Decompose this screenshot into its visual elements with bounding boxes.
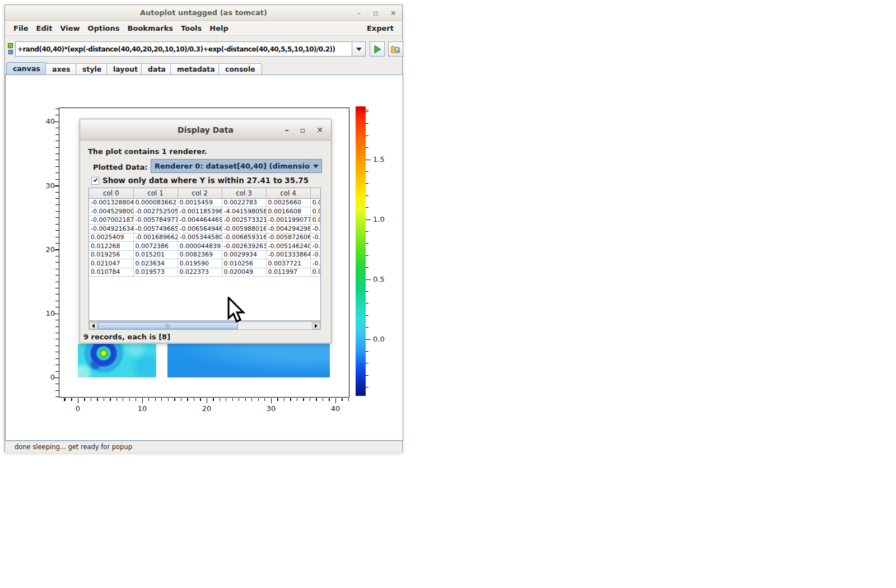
menu-file[interactable]: File (10, 24, 32, 32)
tab-canvas[interactable]: canvas (6, 62, 47, 74)
table-cell[interactable]: 0.000044839 (178, 242, 222, 251)
menu-expert[interactable]: Expert (363, 24, 398, 32)
dialog-close-icon[interactable]: ✕ (316, 125, 323, 134)
filter-y-checkbox[interactable] (91, 177, 99, 185)
table-cell[interactable]: -0.006564946... (178, 225, 222, 234)
table-cell[interactable]: -0.005872606... (266, 233, 310, 242)
table-cell[interactable]: -0.001689662... (133, 233, 178, 242)
table-cell[interactable]: -0.0 (310, 259, 321, 268)
table-row[interactable]: -0.004921634...-0.005749665...-0.0065649… (89, 225, 321, 234)
table-cell[interactable]: -0.0 (310, 233, 321, 242)
table-cell[interactable]: 0.0037721 (266, 259, 310, 268)
scroll-left-button[interactable] (89, 322, 97, 329)
table-cell[interactable]: -0.004294298... (266, 225, 310, 234)
table-cell[interactable]: -0.005784977... (133, 216, 178, 225)
menu-view[interactable]: View (56, 24, 83, 32)
table-row[interactable]: 0.0210470.0236340.0195900.0102560.003772… (89, 259, 321, 268)
dialog-maximize-icon[interactable]: ▫ (300, 125, 306, 134)
table-cell[interactable]: -4.041598058... (222, 207, 266, 216)
column-header[interactable]: col 2 (178, 188, 222, 198)
table-cell[interactable]: -0.0 (310, 242, 321, 251)
inspect-uri-button[interactable] (388, 41, 403, 57)
scrollbar-thumb[interactable] (98, 322, 238, 329)
plotted-data-select[interactable]: Renderer 0: dataset[40,40] (dimension... (151, 159, 322, 173)
table-cell[interactable]: 0.000083662 (133, 198, 178, 207)
table-cell[interactable]: 0.019256 (89, 250, 133, 259)
table-cell[interactable]: -0.007002187... (89, 216, 133, 225)
table-cell[interactable]: -0.005344580... (178, 233, 222, 242)
spectrogram-segment-right[interactable] (167, 344, 330, 377)
table-cell[interactable]: 0.011997 (266, 268, 310, 277)
table-row[interactable]: -0.001328804...0.0000836620.00154590.002… (89, 198, 321, 207)
colorbar[interactable] (356, 106, 366, 396)
table-cell[interactable]: -0.005988016... (222, 225, 266, 234)
table-row[interactable]: -0.007002187...-0.005784977...-0.0044644… (89, 216, 321, 225)
menu-options[interactable]: Options (84, 24, 124, 32)
tab-axes[interactable]: axes (45, 63, 77, 74)
table-cell[interactable]: -0.001199077... (266, 216, 310, 225)
table-row[interactable]: 0.0122680.00723860.000044839-0.002639263… (89, 242, 321, 251)
data-table-container[interactable]: col 0col 1col 2col 3col 4 -0.001328804..… (88, 188, 321, 321)
minimize-icon[interactable]: – (357, 10, 361, 17)
tab-layout[interactable]: layout (106, 63, 144, 74)
table-cell[interactable]: -0.001333864... (266, 250, 310, 259)
table-cell[interactable]: 0.0016608 (266, 207, 310, 216)
table-cell[interactable]: 0.0015459 (178, 198, 222, 207)
tab-console[interactable]: console (218, 63, 262, 74)
uri-dropdown-button[interactable] (352, 41, 366, 57)
table-cell[interactable]: 0.00 (310, 268, 321, 277)
menu-help[interactable]: Help (206, 24, 232, 32)
table-cell[interactable]: 0.0029934 (222, 250, 266, 259)
menu-edit[interactable]: Edit (32, 24, 57, 32)
column-header[interactable]: col 4 (266, 188, 310, 198)
table-cell[interactable]: 0.010784 (89, 268, 133, 277)
table-cell[interactable]: 0.0022783 (222, 198, 266, 207)
table-cell[interactable]: -0.005749665... (133, 225, 178, 234)
column-header[interactable]: col 3 (222, 188, 266, 198)
menu-tools[interactable]: Tools (177, 24, 206, 32)
table-cell[interactable]: -0.006859316... (222, 233, 266, 242)
table-cell[interactable]: -0.004921634... (89, 225, 133, 234)
table-cell[interactable]: 0.015201 (133, 250, 178, 259)
table-row[interactable]: 0.0025409-0.001689662...-0.005344580...-… (89, 233, 321, 242)
scroll-right-button[interactable] (312, 322, 320, 329)
table-cell[interactable]: 0.0025409 (89, 233, 133, 242)
table-cell[interactable]: 0.00 (310, 216, 321, 225)
table-cell[interactable]: 0.023634 (133, 259, 178, 268)
table-cell[interactable]: 0.0025660 (266, 198, 310, 207)
table-cell[interactable]: -0.001328804... (89, 198, 133, 207)
table-row[interactable]: 0.0107840.0195730.0223730.0200490.011997… (89, 268, 321, 277)
dialog-titlebar[interactable]: Display Data – ▫ ✕ (80, 119, 331, 141)
table-cell[interactable]: 0.022373 (178, 268, 222, 277)
table-cell[interactable]: 0.019590 (178, 259, 222, 268)
tab-metadata[interactable]: metadata (170, 63, 222, 74)
tab-data[interactable]: data (141, 63, 172, 74)
table-cell[interactable]: -0.0 (310, 225, 321, 234)
plot-go-button[interactable] (370, 41, 385, 57)
table-cell[interactable]: -0.002752505... (133, 207, 178, 216)
table-cell[interactable]: 0.010256 (222, 259, 266, 268)
table-cell[interactable]: -0.005146240... (266, 242, 310, 251)
uri-input[interactable] (15, 41, 352, 57)
table-cell[interactable]: -0.004464469... (178, 216, 222, 225)
table-cell[interactable]: 0.019573 (133, 268, 178, 277)
combo-arrow[interactable] (310, 160, 321, 172)
table-row[interactable]: -0.004529800...-0.002752505...-0.0011853… (89, 207, 321, 216)
column-header[interactable]: col 1 (133, 188, 178, 198)
tab-style[interactable]: style (76, 63, 108, 74)
table-cell[interactable]: 0.012268 (89, 242, 133, 251)
table-cell[interactable]: -0.004529800... (89, 207, 133, 216)
table-cell[interactable]: 0.021047 (89, 259, 133, 268)
table-cell[interactable]: 0.00 (310, 207, 321, 216)
table-cell[interactable]: -0.001185396... (178, 207, 222, 216)
spectrogram-segment-left[interactable] (78, 344, 156, 377)
table-cell[interactable]: 0.0082369 (178, 250, 222, 259)
table-horizontal-scrollbar[interactable] (88, 321, 321, 330)
table-cell[interactable]: 0.00 (310, 198, 321, 207)
table-cell[interactable]: 0.0072386 (133, 242, 178, 251)
plot-canvas[interactable]: 4030201000102030401.51.00.50.0 Display D… (5, 74, 403, 441)
table-cell[interactable]: -0.0 (310, 250, 321, 259)
table-cell[interactable]: 0.020049 (222, 268, 266, 277)
dialog-minimize-icon[interactable]: – (285, 125, 289, 134)
table-cell[interactable]: -0.002639263... (222, 242, 266, 251)
